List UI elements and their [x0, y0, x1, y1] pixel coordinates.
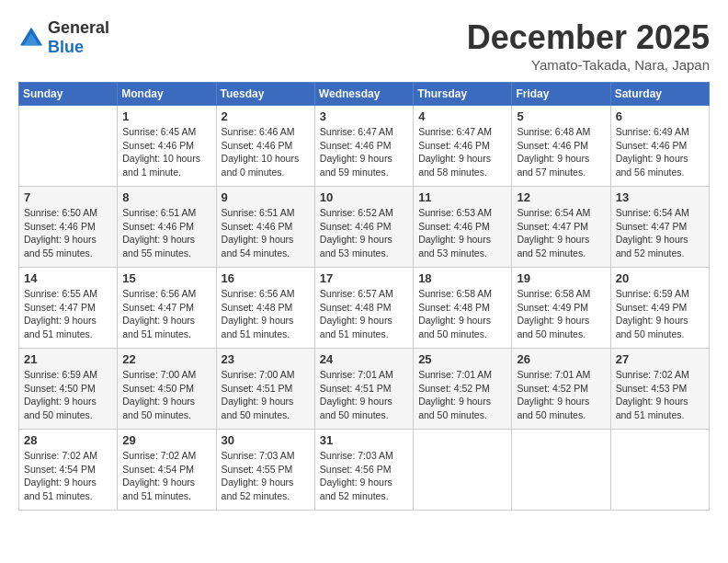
cell-sun-info: Sunrise: 6:59 AM Sunset: 4:49 PM Dayligh…	[616, 288, 689, 339]
calendar-cell: 26Sunrise: 7:01 AM Sunset: 4:52 PM Dayli…	[512, 349, 610, 430]
day-number: 4	[418, 109, 506, 123]
cell-sun-info: Sunrise: 6:54 AM Sunset: 4:47 PM Dayligh…	[517, 207, 590, 259]
day-number: 1	[122, 109, 210, 123]
calendar-cell: 25Sunrise: 7:01 AM Sunset: 4:52 PM Dayli…	[414, 349, 512, 430]
page-header: General Blue December 2025 Yamato-Takada…	[18, 18, 710, 73]
cell-sun-info: Sunrise: 6:58 AM Sunset: 4:48 PM Dayligh…	[418, 288, 492, 339]
calendar-cell: 8Sunrise: 6:51 AM Sunset: 4:46 PM Daylig…	[118, 187, 216, 268]
weekday-header-thursday: Thursday	[414, 83, 512, 106]
calendar-table: SundayMondayTuesdayWednesdayThursdayFrid…	[18, 82, 710, 511]
calendar-cell: 9Sunrise: 6:51 AM Sunset: 4:46 PM Daylig…	[216, 187, 314, 268]
calendar-cell	[19, 106, 118, 187]
cell-sun-info: Sunrise: 6:45 AM Sunset: 4:46 PM Dayligh…	[122, 126, 200, 178]
cell-sun-info: Sunrise: 6:58 AM Sunset: 4:49 PM Dayligh…	[517, 288, 590, 339]
calendar-cell: 5Sunrise: 6:48 AM Sunset: 4:46 PM Daylig…	[512, 106, 610, 187]
cell-sun-info: Sunrise: 6:47 AM Sunset: 4:46 PM Dayligh…	[320, 126, 393, 178]
cell-sun-info: Sunrise: 6:54 AM Sunset: 4:47 PM Dayligh…	[616, 207, 689, 259]
week-row-5: 28Sunrise: 7:02 AM Sunset: 4:54 PM Dayli…	[19, 430, 710, 511]
day-number: 16	[222, 271, 310, 285]
day-number: 21	[24, 352, 112, 366]
cell-sun-info: Sunrise: 6:51 AM Sunset: 4:46 PM Dayligh…	[222, 207, 295, 259]
calendar-cell	[414, 430, 512, 511]
cell-sun-info: Sunrise: 7:00 AM Sunset: 4:50 PM Dayligh…	[122, 369, 196, 420]
week-row-3: 14Sunrise: 6:55 AM Sunset: 4:47 PM Dayli…	[19, 268, 710, 349]
cell-sun-info: Sunrise: 6:57 AM Sunset: 4:48 PM Dayligh…	[320, 288, 393, 339]
calendar-cell: 1Sunrise: 6:45 AM Sunset: 4:46 PM Daylig…	[118, 106, 216, 187]
calendar-cell: 7Sunrise: 6:50 AM Sunset: 4:46 PM Daylig…	[19, 187, 118, 268]
calendar-cell: 20Sunrise: 6:59 AM Sunset: 4:49 PM Dayli…	[610, 268, 709, 349]
calendar-cell: 28Sunrise: 7:02 AM Sunset: 4:54 PM Dayli…	[19, 430, 118, 511]
cell-sun-info: Sunrise: 7:01 AM Sunset: 4:52 PM Dayligh…	[517, 369, 590, 420]
calendar-cell: 19Sunrise: 6:58 AM Sunset: 4:49 PM Dayli…	[512, 268, 610, 349]
calendar-cell: 16Sunrise: 6:56 AM Sunset: 4:48 PM Dayli…	[216, 268, 314, 349]
calendar-cell	[512, 430, 610, 511]
cell-sun-info: Sunrise: 7:03 AM Sunset: 4:56 PM Dayligh…	[320, 450, 393, 501]
cell-sun-info: Sunrise: 7:02 AM Sunset: 4:54 PM Dayligh…	[122, 450, 196, 501]
calendar-cell: 31Sunrise: 7:03 AM Sunset: 4:56 PM Dayli…	[314, 430, 413, 511]
day-number: 5	[517, 109, 605, 123]
day-number: 6	[616, 109, 704, 123]
cell-sun-info: Sunrise: 6:51 AM Sunset: 4:46 PM Dayligh…	[122, 207, 196, 259]
logo-blue-text: Blue	[48, 38, 84, 56]
cell-sun-info: Sunrise: 6:52 AM Sunset: 4:46 PM Dayligh…	[320, 207, 393, 259]
cell-sun-info: Sunrise: 6:50 AM Sunset: 4:46 PM Dayligh…	[24, 207, 97, 259]
day-number: 19	[517, 271, 605, 285]
cell-sun-info: Sunrise: 7:01 AM Sunset: 4:52 PM Dayligh…	[418, 369, 492, 420]
day-number: 30	[222, 433, 310, 447]
day-number: 15	[122, 271, 210, 285]
logo-icon	[18, 25, 44, 51]
cell-sun-info: Sunrise: 6:55 AM Sunset: 4:47 PM Dayligh…	[24, 288, 97, 339]
weekday-header-monday: Monday	[118, 83, 216, 106]
week-row-2: 7Sunrise: 6:50 AM Sunset: 4:46 PM Daylig…	[19, 187, 710, 268]
day-number: 8	[122, 190, 210, 204]
day-number: 3	[320, 109, 408, 123]
day-number: 31	[320, 433, 408, 447]
cell-sun-info: Sunrise: 6:56 AM Sunset: 4:48 PM Dayligh…	[222, 288, 295, 339]
cell-sun-info: Sunrise: 6:56 AM Sunset: 4:47 PM Dayligh…	[122, 288, 196, 339]
cell-sun-info: Sunrise: 7:00 AM Sunset: 4:51 PM Dayligh…	[222, 369, 295, 420]
day-number: 2	[222, 109, 310, 123]
week-row-4: 21Sunrise: 6:59 AM Sunset: 4:50 PM Dayli…	[19, 349, 710, 430]
day-number: 14	[24, 271, 112, 285]
calendar-cell: 30Sunrise: 7:03 AM Sunset: 4:55 PM Dayli…	[216, 430, 314, 511]
calendar-cell: 14Sunrise: 6:55 AM Sunset: 4:47 PM Dayli…	[19, 268, 118, 349]
cell-sun-info: Sunrise: 6:53 AM Sunset: 4:46 PM Dayligh…	[418, 207, 492, 259]
day-number: 28	[24, 433, 112, 447]
calendar-cell	[610, 430, 709, 511]
calendar-cell: 24Sunrise: 7:01 AM Sunset: 4:51 PM Dayli…	[314, 349, 413, 430]
week-row-1: 1Sunrise: 6:45 AM Sunset: 4:46 PM Daylig…	[19, 106, 710, 187]
month-title: December 2025	[467, 18, 710, 57]
weekday-header-tuesday: Tuesday	[216, 83, 314, 106]
calendar-cell: 15Sunrise: 6:56 AM Sunset: 4:47 PM Dayli…	[118, 268, 216, 349]
calendar-cell: 18Sunrise: 6:58 AM Sunset: 4:48 PM Dayli…	[414, 268, 512, 349]
day-number: 27	[616, 352, 704, 366]
logo-general-text: General	[48, 18, 109, 37]
cell-sun-info: Sunrise: 7:01 AM Sunset: 4:51 PM Dayligh…	[320, 369, 393, 420]
calendar-cell: 3Sunrise: 6:47 AM Sunset: 4:46 PM Daylig…	[314, 106, 413, 187]
day-number: 23	[222, 352, 310, 366]
calendar-cell: 10Sunrise: 6:52 AM Sunset: 4:46 PM Dayli…	[314, 187, 413, 268]
cell-sun-info: Sunrise: 6:46 AM Sunset: 4:46 PM Dayligh…	[222, 126, 300, 178]
weekday-header-wednesday: Wednesday	[314, 83, 413, 106]
calendar-cell: 21Sunrise: 6:59 AM Sunset: 4:50 PM Dayli…	[19, 349, 118, 430]
day-number: 12	[517, 190, 605, 204]
day-number: 13	[616, 190, 704, 204]
calendar-cell: 22Sunrise: 7:00 AM Sunset: 4:50 PM Dayli…	[118, 349, 216, 430]
calendar-cell: 11Sunrise: 6:53 AM Sunset: 4:46 PM Dayli…	[414, 187, 512, 268]
day-number: 7	[24, 190, 112, 204]
cell-sun-info: Sunrise: 7:03 AM Sunset: 4:55 PM Dayligh…	[222, 450, 295, 501]
calendar-cell: 23Sunrise: 7:00 AM Sunset: 4:51 PM Dayli…	[216, 349, 314, 430]
calendar-cell: 6Sunrise: 6:49 AM Sunset: 4:46 PM Daylig…	[610, 106, 709, 187]
cell-sun-info: Sunrise: 6:47 AM Sunset: 4:46 PM Dayligh…	[418, 126, 492, 178]
calendar-cell: 29Sunrise: 7:02 AM Sunset: 4:54 PM Dayli…	[118, 430, 216, 511]
title-block: December 2025 Yamato-Takada, Nara, Japan	[467, 18, 710, 73]
day-number: 11	[418, 190, 506, 204]
weekday-header-friday: Friday	[512, 83, 610, 106]
calendar-cell: 17Sunrise: 6:57 AM Sunset: 4:48 PM Dayli…	[314, 268, 413, 349]
day-number: 17	[320, 271, 408, 285]
cell-sun-info: Sunrise: 6:59 AM Sunset: 4:50 PM Dayligh…	[24, 369, 97, 420]
day-number: 18	[418, 271, 506, 285]
calendar-cell: 27Sunrise: 7:02 AM Sunset: 4:53 PM Dayli…	[610, 349, 709, 430]
cell-sun-info: Sunrise: 7:02 AM Sunset: 4:53 PM Dayligh…	[616, 369, 689, 420]
day-number: 24	[320, 352, 408, 366]
